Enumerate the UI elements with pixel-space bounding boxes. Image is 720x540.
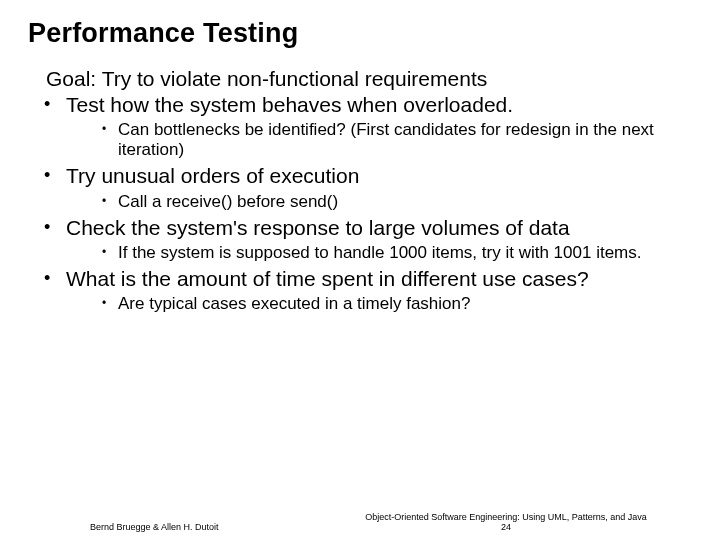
sub-list: If the system is supposed to handle 1000… xyxy=(66,243,692,263)
sub-list: Call a receive() before send() xyxy=(66,192,692,212)
slide-body: Goal: Try to violate non-functional requ… xyxy=(28,67,692,314)
sub-list: Are typical cases executed in a timely f… xyxy=(66,294,692,314)
sub-bullet-text: Call a receive() before send() xyxy=(118,192,338,211)
sub-list: Can bottlenecks be identified? (First ca… xyxy=(66,120,692,160)
bullet-text: What is the amount of time spent in diff… xyxy=(66,267,589,290)
list-item: Call a receive() before send() xyxy=(102,192,692,212)
sub-bullet-text: Can bottlenecks be identified? (First ca… xyxy=(118,120,654,159)
bullet-text: Try unusual orders of execution xyxy=(66,164,359,187)
list-item: Can bottlenecks be identified? (First ca… xyxy=(102,120,692,160)
list-item: If the system is supposed to handle 1000… xyxy=(102,243,692,263)
list-item: What is the amount of time spent in diff… xyxy=(44,267,692,314)
goal-line: Goal: Try to violate non-functional requ… xyxy=(28,67,692,91)
bullet-text: Check the system's response to large vol… xyxy=(66,216,570,239)
footer-page-number: 24 xyxy=(501,522,511,532)
sub-bullet-text: If the system is supposed to handle 1000… xyxy=(118,243,641,262)
bullet-text: Test how the system behaves when overloa… xyxy=(66,93,513,116)
slide-title: Performance Testing xyxy=(28,18,692,49)
footer-book: Object-Oriented Software Engineering: Us… xyxy=(320,512,692,532)
slide: Performance Testing Goal: Try to violate… xyxy=(0,0,720,540)
list-item: Check the system's response to large vol… xyxy=(44,216,692,263)
sub-bullet-text: Are typical cases executed in a timely f… xyxy=(118,294,470,313)
list-item: Try unusual orders of execution Call a r… xyxy=(44,164,692,211)
footer-book-title: Object-Oriented Software Engineering: Us… xyxy=(365,512,647,522)
list-item: Test how the system behaves when overloa… xyxy=(44,93,692,160)
list-item: Are typical cases executed in a timely f… xyxy=(102,294,692,314)
bullet-list: Test how the system behaves when overloa… xyxy=(28,93,692,314)
footer-authors: Bernd Bruegge & Allen H. Dutoit xyxy=(90,522,219,532)
